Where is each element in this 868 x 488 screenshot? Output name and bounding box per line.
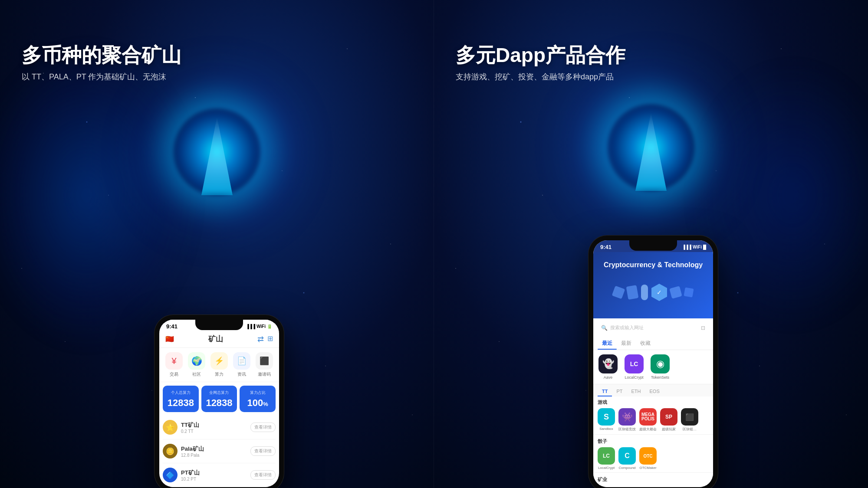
stat-ratio: 算力占比 100% [240, 386, 276, 412]
tokensets-label: TokenSets [651, 375, 669, 380]
mining-section-label: 矿业 [598, 476, 709, 483]
category-tabs: TT PT ETH EOS [593, 384, 713, 396]
cube-right [669, 286, 682, 298]
news-icon: 📄 [233, 352, 250, 370]
left-screen: 9:41 ▐▐▐ WiFi 🔋 🇨🇳 矿山 ⇄ ⊞ [159, 320, 279, 487]
recent-localcrypt[interactable]: LC LocalCrypt [625, 354, 644, 380]
dapp-title: Cryptocurrency & Technology [599, 261, 707, 270]
search-placeholder-text: 搜索或输入网址 [610, 324, 698, 331]
cube-far-right [684, 287, 694, 297]
recent-apps-row: 👻 Aave LC LocalCrypt ◉ TokenSets [593, 350, 713, 384]
tt-amount: 0.2 TT [181, 429, 199, 434]
megapolis-icon: MEGAPOLIS [639, 408, 657, 426]
menu-item-community[interactable]: 🌍 社区 [188, 352, 205, 377]
compound-icon: C [618, 447, 636, 465]
app-blockchain-game[interactable]: 👾 区块链竞技 [618, 408, 636, 432]
mining-pala-left: 🪙 Pala矿山 12.8 Pala [163, 444, 204, 459]
trade-icon: ¥ [165, 352, 183, 370]
app-compound[interactable]: C Compound [618, 447, 636, 470]
swap-icon[interactable]: ⇄ [257, 334, 264, 344]
compound-label: Compound [618, 466, 635, 470]
tab-latest[interactable]: 最新 [617, 337, 636, 350]
left-notch [195, 320, 243, 330]
invite-label: 邀请码 [258, 371, 271, 377]
stat-network-value: 12838 [205, 398, 234, 408]
left-phone-wrapper: 9:41 ▐▐▐ WiFi 🔋 🇨🇳 矿山 ⇄ ⊞ [154, 314, 280, 488]
search-icon: 🔍 [601, 325, 608, 331]
cat-eth[interactable]: ETH [627, 387, 645, 396]
recent-aave[interactable]: 👻 Aave [598, 354, 618, 380]
dapp-search-bar[interactable]: 🔍 搜索或输入网址 ⊡ [597, 322, 710, 334]
sandbox-label: Sandbox [599, 427, 613, 431]
recent-tokensets[interactable]: ◉ TokenSets [651, 354, 670, 380]
left-panel: 多币种的聚合矿山 以 TT、PALA、PT 作为基础矿山、无泡沫 9:41 ▐▐… [0, 0, 434, 488]
tab-recent[interactable]: 最近 [598, 337, 617, 350]
grid-icon[interactable]: ⊞ [267, 334, 273, 344]
stat-network-label: 全网总算力 [205, 390, 234, 396]
stat-personal-value: 12838 [166, 398, 195, 408]
app-super-player[interactable]: SP 超级玩家 [660, 408, 677, 432]
cat-pt[interactable]: PT [612, 387, 627, 396]
left-status-icons: ▐▐▐ WiFi 🔋 [246, 324, 272, 329]
pt-name: PT矿山 [181, 469, 200, 477]
pala-info: Pala矿山 12.8 Pala [181, 445, 204, 458]
tt-detail-btn[interactable]: 查看详情 [250, 422, 276, 432]
cat-tt[interactable]: TT [598, 387, 612, 396]
app-sandbox[interactable]: S Sandbox [598, 408, 615, 432]
mining-item-pt: 🔷 PT矿山 10.2 PT 查看详情 [163, 463, 276, 487]
cat-eos[interactable]: EOS [645, 387, 664, 396]
localcrypt-icon: LC [625, 354, 644, 373]
blockchain-game-label: 区块链竞技 [618, 427, 636, 432]
figure [641, 285, 648, 300]
tab-favorites[interactable]: 收藏 [636, 337, 655, 350]
signal-icon: ▐▐▐ [246, 324, 255, 329]
dice-row: LC LocalCrypt C Compound OTC OTCMaker [598, 447, 709, 470]
super-player-icon: SP [660, 408, 677, 426]
mining-list: ⭐ TT矿山 0.2 TT 查看详情 🪙 Pala矿山 [159, 416, 279, 487]
mining-tt-left: ⭐ TT矿山 0.2 TT [163, 420, 199, 435]
pt-detail-btn[interactable]: 查看详情 [250, 470, 276, 480]
app-megapolis[interactable]: MEGAPOLIS 超级大都会 [639, 408, 657, 432]
menu-item-invite[interactable]: ⬛ 邀请码 [256, 352, 273, 377]
right-panel: 多元Dapp产品合作 支持游戏、挖矿、投资、金融等多种dapp产品 9:41 ▐… [434, 0, 868, 488]
tokensets-icon: ◉ [651, 354, 670, 373]
blockchain-other-icon: ⬛ [681, 408, 698, 426]
hashrate-icon: ⚡ [210, 352, 228, 370]
left-main-title: 多币种的聚合矿山 [22, 43, 181, 67]
right-status-icons: ▐▐▐ WiFi █ [682, 245, 706, 249]
right-signal-icon: ▐▐▐ [682, 245, 691, 249]
games-label: 游戏 [598, 399, 709, 406]
menu-item-hashrate[interactable]: ⚡ 算力 [210, 352, 228, 377]
stats-grid: 个人总算力 12838 全网总算力 12838 算力占比 100% [159, 382, 279, 416]
trade-label: 交易 [170, 371, 178, 377]
qr-icon[interactable]: ⊡ [701, 325, 705, 331]
dice-section: 骰子 LC LocalCrypt C Compound OTC OTCMaker [593, 434, 713, 472]
localcrypt2-label: LocalCrypt [598, 466, 615, 470]
pala-name: Pala矿山 [181, 445, 204, 453]
flag-icon: 🇨🇳 [165, 335, 174, 343]
pt-logo: 🔷 [163, 468, 178, 482]
shield: ✓ [651, 284, 667, 301]
nav-action-icons[interactable]: ⇄ ⊞ [257, 334, 273, 344]
app-localcrypt2[interactable]: LC LocalCrypt [598, 447, 615, 470]
app-blockchain-other[interactable]: ⬛ 区块链… [681, 408, 698, 432]
right-notch [629, 240, 677, 251]
dice-label: 骰子 [598, 438, 709, 445]
left-time: 9:41 [166, 323, 178, 330]
localcrypt-label: LocalCrypt [625, 375, 643, 380]
pala-amount: 12.8 Pala [181, 453, 204, 458]
menu-item-news[interactable]: 📄 资讯 [233, 352, 250, 377]
screen-title: 矿山 [208, 334, 223, 344]
blockchain-game-icon: 👾 [618, 408, 636, 426]
pala-detail-btn[interactable]: 查看详情 [250, 446, 276, 456]
mining-section: 矿业 [593, 472, 713, 487]
tt-name: TT矿山 [181, 421, 199, 429]
menu-item-trade[interactable]: ¥ 交易 [165, 352, 183, 377]
cube-mid-left [626, 285, 639, 300]
right-phone: 9:41 ▐▐▐ WiFi █ Cryptocurrency & Technol… [588, 235, 718, 488]
right-screen: 9:41 ▐▐▐ WiFi █ Cryptocurrency & Technol… [593, 240, 713, 487]
aave-label: Aave [604, 375, 613, 380]
cube-left [612, 286, 625, 299]
app-otcmaker[interactable]: OTC OTCMaker [639, 447, 657, 470]
super-player-label: 超级玩家 [662, 427, 676, 432]
